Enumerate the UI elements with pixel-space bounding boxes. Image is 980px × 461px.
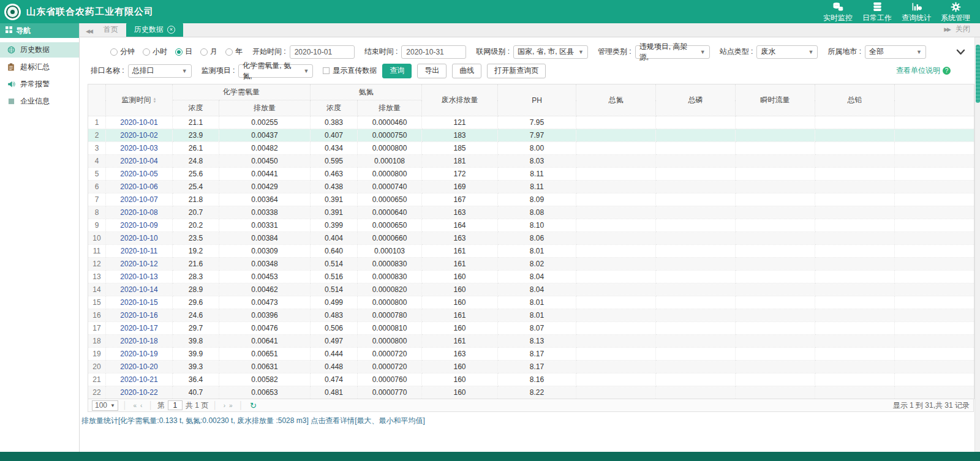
tab-close-icon[interactable]: × <box>167 26 175 34</box>
period-radio-分钟[interactable]: 分钟 <box>110 47 135 57</box>
cell-date[interactable]: 2020-10-12 <box>106 258 173 271</box>
cell-date[interactable]: 2020-10-08 <box>106 206 173 219</box>
cell-date[interactable]: 2020-10-11 <box>106 245 173 258</box>
header-time[interactable]: 监测时间▲▼ <box>106 84 173 116</box>
table-row[interactable]: 212020-10-2136.40.005820.4740.0000760160… <box>88 373 974 386</box>
radio-icon[interactable] <box>110 48 118 56</box>
radio-icon[interactable] <box>143 48 150 56</box>
table-row[interactable]: 202020-10-2039.30.006310.4480.0000720160… <box>88 361 974 373</box>
cell-date[interactable]: 2020-10-17 <box>106 322 173 335</box>
table-row[interactable]: 62020-10-0625.40.004290.4380.00007401698… <box>88 181 974 193</box>
top-bar: 山东省联合农药工业有限公司 实时监控日常工作查询统计系统管理 <box>0 0 980 23</box>
period-radio-月[interactable]: 月 <box>200 47 217 57</box>
period-radio-日[interactable]: 日 <box>175 47 192 57</box>
table-row[interactable]: 52020-10-0525.60.004410.4630.00008001728… <box>88 168 974 181</box>
radio-icon[interactable] <box>200 48 208 56</box>
tab-home[interactable]: 首页 <box>96 23 126 37</box>
cell-date[interactable]: 2020-10-06 <box>106 181 173 193</box>
table-row[interactable]: 162020-10-1624.60.003960.4830.0000780161… <box>88 309 974 322</box>
scrollbar-thumb[interactable] <box>976 45 980 103</box>
refresh-icon[interactable]: ↻ <box>250 401 257 410</box>
last-page-icon[interactable]: » <box>229 402 233 409</box>
cell-date[interactable]: 2020-10-20 <box>106 361 173 373</box>
cell-date[interactable]: 2020-10-07 <box>106 193 173 206</box>
table-row[interactable]: 92020-10-0920.20.003310.3990.00006501648… <box>88 219 974 232</box>
table-row[interactable]: 222020-10-2240.70.006530.4810.0000770160… <box>88 386 974 399</box>
vertical-scrollbar[interactable] <box>974 37 980 452</box>
table-row[interactable]: 82020-10-0820.70.003380.3910.00006401638… <box>88 206 974 219</box>
table-row[interactable]: 112020-10-1119.20.003090.6400.0001031618… <box>88 245 974 258</box>
export-button[interactable]: 导出 <box>417 64 447 78</box>
topnav-label: 日常工作 <box>858 13 897 23</box>
sidebar-item-company-info[interactable]: 企业信息 <box>0 94 79 109</box>
site-type-select[interactable]: 废水▼ <box>756 45 818 59</box>
table-row[interactable]: 132020-10-1328.30.004530.5160.0000830160… <box>88 271 974 283</box>
table-row[interactable]: 22020-10-0223.90.004370.4070.00007501837… <box>88 129 974 142</box>
first-page-icon[interactable]: « <box>133 402 137 409</box>
direct-data-checkbox[interactable] <box>323 67 330 74</box>
period-radio-小时[interactable]: 小时 <box>143 47 167 57</box>
monitor-item-select[interactable]: 化学需氧量, 氨氮,▼ <box>238 64 313 78</box>
cell-date[interactable]: 2020-10-04 <box>106 155 173 168</box>
sidebar-item-exceed-summary[interactable]: 超标汇总 <box>0 59 79 75</box>
table-row[interactable]: 72020-10-0721.80.003640.3910.00006501678… <box>88 193 974 206</box>
cell-date[interactable]: 2020-10-22 <box>106 386 173 399</box>
table-row[interactable]: 192020-10-1939.90.006510.4440.0000720163… <box>88 348 974 361</box>
cell-date[interactable]: 2020-10-16 <box>106 309 173 322</box>
table-row[interactable]: 12020-10-0121.10.002550.3830.00004601217… <box>88 116 974 129</box>
table-row[interactable]: 32020-10-0326.10.004820.4340.00008001858… <box>88 142 974 155</box>
tab-history-data[interactable]: 历史数据 × <box>126 23 183 37</box>
cell: 0.00653 <box>219 386 311 399</box>
tabs-scroll-right-icon[interactable]: ▶▶ <box>944 26 950 32</box>
view-detail-link[interactable]: 点击查看详情[最大、最小和平均值] <box>311 416 425 425</box>
cell-date[interactable]: 2020-10-14 <box>106 283 173 296</box>
curve-button[interactable]: 曲线 <box>452 64 481 78</box>
city-select[interactable]: 全部▼ <box>865 45 926 59</box>
sort-icon[interactable]: ▲▼ <box>153 97 157 103</box>
next-page-icon[interactable]: › <box>224 402 225 409</box>
sidebar-item-abnormal-alarm[interactable]: 异常报警 <box>0 77 79 92</box>
page-size-select[interactable]: 100 ▼ <box>92 400 118 411</box>
period-radio-年[interactable]: 年 <box>225 47 243 57</box>
cell-date[interactable]: 2020-10-19 <box>106 348 173 361</box>
radio-icon[interactable] <box>225 48 233 56</box>
open-new-query-button[interactable]: 打开新查询页 <box>487 64 546 78</box>
unit-description-link[interactable]: 查看单位说明 ? <box>896 66 951 76</box>
cell-date[interactable]: 2020-10-05 <box>106 168 173 181</box>
table-row[interactable]: 122020-10-1221.60.003480.5140.0000830161… <box>88 258 974 271</box>
topnav-realtime-monitor[interactable]: 实时监控 <box>818 1 858 23</box>
query-button[interactable]: 查询 <box>382 64 412 78</box>
prev-page-icon[interactable]: ‹ <box>140 402 142 409</box>
radio-icon[interactable] <box>175 48 183 56</box>
table-row[interactable]: 42020-10-0424.80.004500.5950.0001081818.… <box>88 155 974 168</box>
cell-date[interactable]: 2020-10-15 <box>106 296 173 309</box>
outlet-select[interactable]: 总排口▼ <box>128 64 192 78</box>
page-number-input[interactable] <box>168 400 183 410</box>
manage-type-select[interactable]: 违规项目, 高架源,▼ <box>635 45 710 59</box>
network-level-select[interactable]: 国家, 省, 市, 区县▼ <box>513 45 588 59</box>
cell-date[interactable]: 2020-10-10 <box>106 232 173 245</box>
end-time-input[interactable] <box>401 45 466 59</box>
sidebar-item-history-data[interactable]: 历史数据 <box>0 42 79 58</box>
direct-data-checkbox-wrap[interactable]: 显示直传数据 <box>323 66 377 76</box>
cell-date[interactable]: 2020-10-01 <box>106 116 173 129</box>
cell-date[interactable]: 2020-10-18 <box>106 335 173 348</box>
cell <box>656 283 736 296</box>
table-row[interactable]: 152020-10-1529.60.004730.4990.0000800160… <box>88 296 974 309</box>
topnav-system-manage[interactable]: 系统管理 <box>936 1 975 23</box>
close-all-tabs-button[interactable]: 关闭 <box>956 24 970 34</box>
table-row[interactable]: 172020-10-1729.70.004760.5060.0000810160… <box>88 322 974 335</box>
topnav-daily-work[interactable]: 日常工作 <box>858 1 897 23</box>
topnav-query-stats[interactable]: 查询统计 <box>897 1 936 23</box>
cell-date[interactable]: 2020-10-03 <box>106 142 173 155</box>
tabs-scroll-left-icon[interactable]: ◀◀ <box>80 28 96 37</box>
collapse-filters-chevron-icon[interactable] <box>956 49 965 55</box>
cell-date[interactable]: 2020-10-02 <box>106 129 173 142</box>
start-time-input[interactable] <box>290 45 355 59</box>
table-row[interactable]: 182020-10-1839.80.006410.4970.0000800161… <box>88 335 974 348</box>
cell-date[interactable]: 2020-10-21 <box>106 373 173 386</box>
cell-date[interactable]: 2020-10-13 <box>106 271 173 283</box>
cell-date[interactable]: 2020-10-09 <box>106 219 173 232</box>
table-row[interactable]: 102020-10-1023.50.003840.4040.0000660163… <box>88 232 974 245</box>
table-row[interactable]: 142020-10-1428.90.004620.5140.0000820160… <box>88 283 974 296</box>
